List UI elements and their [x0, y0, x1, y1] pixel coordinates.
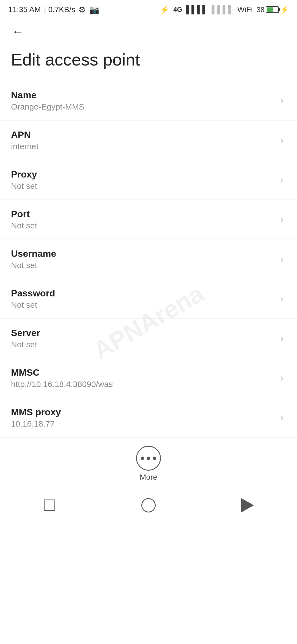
settings-item-label: Name — [11, 90, 278, 100]
settings-item-content: Name Orange-Egypt-MMS — [11, 90, 278, 111]
settings-item-apn[interactable]: APN internet › — [0, 121, 297, 160]
chevron-right-icon: › — [278, 215, 286, 224]
chevron-right-icon: › — [278, 176, 286, 184]
settings-list: Name Orange-Egypt-MMS › APN internet › P… — [0, 81, 297, 438]
settings-item-value: Not set — [11, 221, 278, 230]
chevron-right-icon: › — [278, 255, 286, 263]
status-bar: 11:35 AM | 0.7KB/s ⚙ 📷 ⚡ 4G ▌▌▌▌ ▌▌▌▌ Wi… — [0, 0, 297, 19]
settings-item-label: Port — [11, 209, 278, 219]
home-button[interactable] — [138, 494, 160, 516]
settings-item-mmsc[interactable]: MMSC http://10.16.18.4:38090/was › — [0, 358, 297, 398]
settings-item-proxy[interactable]: Proxy Not set › — [0, 160, 297, 200]
settings-item-port[interactable]: Port Not set › — [0, 200, 297, 239]
status-left: 11:35 AM | 0.7KB/s ⚙ 📷 — [8, 5, 99, 15]
settings-item-content: MMSC http://10.16.18.4:38090/was — [11, 367, 278, 389]
settings-item-server[interactable]: Server Not set › — [0, 319, 297, 358]
settings-item-mms-proxy[interactable]: MMS proxy 10.16.18.77 › — [0, 398, 297, 438]
settings-item-content: Username Not set — [11, 248, 278, 270]
more-label: More — [140, 473, 157, 482]
settings-item-label: Server — [11, 328, 278, 338]
settings-item-label: MMS proxy — [11, 407, 278, 417]
video-icon: 📷 — [89, 5, 99, 15]
settings-item-value: 10.16.18.77 — [11, 419, 278, 429]
wifi-icon: WiFi — [237, 5, 253, 14]
status-right: ⚡ 4G ▌▌▌▌ ▌▌▌▌ WiFi 38 ⚡ — [160, 5, 289, 14]
settings-item-name[interactable]: Name Orange-Egypt-MMS › — [0, 81, 297, 121]
more-button[interactable] — [136, 446, 161, 471]
recents-button[interactable] — [38, 494, 61, 516]
recents-icon — [44, 500, 55, 511]
settings-item-content: Server Not set — [11, 328, 278, 349]
more-dots-icon — [141, 457, 156, 460]
more-section: More — [0, 438, 297, 487]
settings-item-value: Not set — [11, 261, 278, 270]
settings-item-value: internet — [11, 142, 278, 151]
settings-item-label: MMSC — [11, 367, 278, 378]
settings-item-content: Port Not set — [11, 209, 278, 230]
back-button[interactable]: ← — [8, 22, 28, 41]
chevron-right-icon: › — [278, 334, 286, 343]
speed-display: | 0.7KB/s — [44, 5, 75, 14]
settings-item-content: Password Not set — [11, 288, 278, 310]
settings-item-label: Username — [11, 248, 278, 259]
signal-bars2-icon: ▌▌▌▌ — [212, 5, 233, 14]
home-icon — [141, 498, 156, 512]
settings-item-content: Proxy Not set — [11, 169, 278, 191]
settings-item-value: Not set — [11, 181, 278, 191]
page-title-section: Edit access point — [0, 44, 297, 81]
back-nav-icon — [241, 498, 254, 512]
battery-indicator: 38 ⚡ — [257, 6, 289, 14]
settings-item-value: Not set — [11, 340, 278, 349]
bluetooth-icon: ⚡ — [160, 5, 169, 14]
settings-item-label: Proxy — [11, 169, 278, 180]
page-title: Edit access point — [11, 50, 286, 70]
settings-item-label: APN — [11, 129, 278, 140]
signal-4g-icon: 4G — [173, 6, 182, 13]
settings-item-content: APN internet — [11, 129, 278, 151]
settings-item-label: Password — [11, 288, 278, 299]
settings-item-username[interactable]: Username Not set › — [0, 239, 297, 279]
time-display: 11:35 AM — [8, 5, 41, 14]
settings-item-password[interactable]: Password Not set › — [0, 279, 297, 319]
chevron-right-icon: › — [278, 374, 286, 382]
back-arrow-icon: ← — [12, 25, 24, 39]
settings-item-content: MMS proxy 10.16.18.77 — [11, 407, 278, 429]
settings-icon: ⚙ — [78, 5, 86, 15]
settings-item-value: Orange-Egypt-MMS — [11, 102, 278, 111]
chevron-right-icon: › — [278, 414, 286, 422]
navigation-bar — [0, 490, 297, 520]
chevron-right-icon: › — [278, 295, 286, 303]
settings-item-value: Not set — [11, 300, 278, 310]
chevron-right-icon: › — [278, 136, 286, 144]
settings-item-value: http://10.16.18.4:38090/was — [11, 380, 278, 389]
back-nav-button[interactable] — [237, 494, 258, 516]
chevron-right-icon: › — [278, 97, 286, 105]
top-nav: ← — [0, 19, 297, 44]
signal-bars-icon: ▌▌▌▌ — [186, 5, 208, 14]
